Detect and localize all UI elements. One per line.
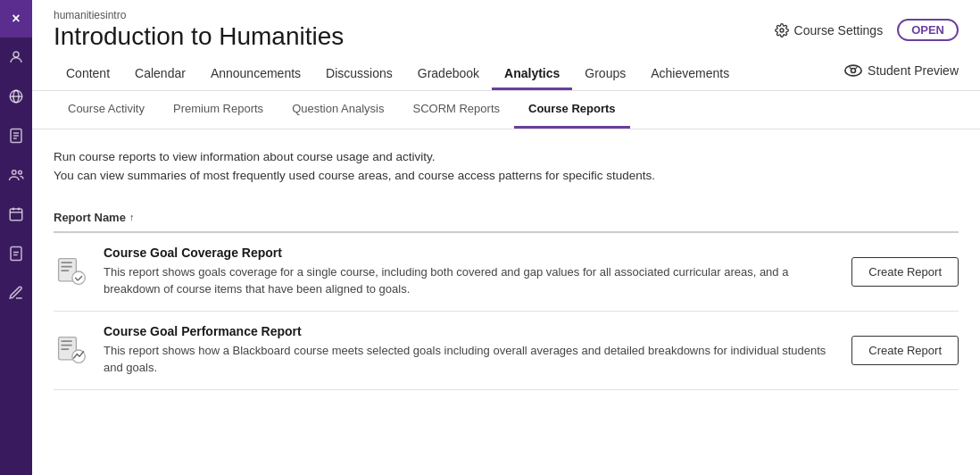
report-desc-coverage: This report shows goals coverage for a s… — [104, 263, 837, 298]
nav-tabs-left: Content Calendar Announcements Discussio… — [54, 59, 742, 90]
sidebar-icon-document[interactable] — [0, 234, 32, 273]
svg-point-9 — [19, 171, 22, 174]
nav-tab-analytics[interactable]: Analytics — [492, 59, 572, 90]
report-name-performance: Course Goal Performance Report — [104, 324, 837, 338]
sidebar-close-button[interactable]: × — [0, 0, 32, 38]
gear-icon — [775, 23, 789, 38]
sub-tab-course-reports[interactable]: Course Reports — [514, 91, 630, 129]
sub-tabs: Course Activity Premium Reports Question… — [32, 91, 980, 129]
nav-tabs: Content Calendar Announcements Discussio… — [54, 59, 959, 90]
sub-tab-course-activity[interactable]: Course Activity — [54, 91, 159, 129]
create-report-button-performance[interactable]: Create Report — [851, 336, 959, 365]
course-settings-label: Course Settings — [794, 23, 884, 38]
svg-point-17 — [780, 29, 784, 32]
student-preview-button[interactable]: Student Preview — [844, 63, 959, 85]
svg-rect-22 — [61, 266, 72, 268]
sub-tab-premium-reports[interactable]: Premium Reports — [159, 91, 278, 129]
main-content: humanitiesintro Introduction to Humaniti… — [32, 0, 980, 475]
sidebar-icon-calendar[interactable] — [0, 195, 32, 234]
svg-rect-23 — [61, 270, 69, 271]
description-line1: Run course reports to view information a… — [54, 147, 959, 167]
nav-tab-content[interactable]: Content — [54, 59, 122, 90]
svg-rect-21 — [61, 262, 72, 263]
svg-rect-26 — [61, 340, 72, 342]
description-line2: You can view summaries of most frequentl… — [54, 166, 959, 186]
open-button[interactable]: OPEN — [897, 19, 959, 41]
report-desc-performance: This report shows how a Blackboard cours… — [104, 342, 837, 377]
svg-point-18 — [845, 65, 861, 76]
student-preview-label: Student Preview — [868, 63, 959, 78]
course-settings-button[interactable]: Course Settings — [775, 23, 884, 38]
header-right: Course Settings OPEN — [775, 19, 959, 41]
svg-rect-14 — [11, 247, 21, 261]
sidebar-icon-globe[interactable] — [0, 77, 32, 116]
sidebar: × — [0, 0, 32, 475]
sidebar-icon-edit[interactable] — [0, 273, 32, 312]
nav-tab-groups[interactable]: Groups — [572, 59, 638, 90]
nav-tab-discussions[interactable]: Discussions — [313, 59, 405, 90]
sort-arrow[interactable]: ↑ — [129, 212, 135, 222]
nav-tab-announcements[interactable]: Announcements — [198, 59, 313, 90]
svg-rect-28 — [61, 348, 69, 350]
nav-tab-gradebook[interactable]: Gradebook — [405, 59, 492, 90]
student-preview-icon — [844, 64, 862, 77]
table-row: Course Goal Coverage Report This report … — [54, 233, 959, 312]
svg-point-8 — [12, 171, 17, 175]
report-name-coverage: Course Goal Coverage Report — [104, 246, 837, 260]
report-table-header: Report Name ↑ — [54, 204, 959, 233]
content-area: Run course reports to view information a… — [32, 129, 980, 475]
nav-tab-achievements[interactable]: Achievements — [638, 59, 742, 90]
report-icon-coverage — [54, 254, 89, 289]
description: Run course reports to view information a… — [54, 147, 959, 186]
create-report-button-coverage[interactable]: Create Report — [851, 257, 959, 287]
sidebar-icon-user[interactable] — [0, 38, 32, 77]
report-info-coverage: Course Goal Coverage Report This report … — [104, 246, 837, 298]
report-icon-performance — [54, 332, 89, 368]
svg-rect-27 — [61, 345, 72, 346]
report-name-header: Report Name — [54, 211, 126, 224]
sub-tab-question-analysis[interactable]: Question Analysis — [278, 91, 398, 129]
course-id: humanitiesintro — [54, 9, 344, 21]
report-table: Report Name ↑ Course Goal Coverag — [54, 204, 959, 390]
sidebar-icon-file[interactable] — [0, 116, 32, 155]
header: humanitiesintro Introduction to Humaniti… — [32, 0, 980, 91]
nav-tab-calendar[interactable]: Calendar — [122, 59, 198, 90]
header-left: humanitiesintro Introduction to Humaniti… — [54, 9, 344, 52]
table-row: Course Goal Performance Report This repo… — [54, 312, 959, 390]
sub-tab-scorm-reports[interactable]: SCORM Reports — [398, 91, 514, 129]
svg-point-24 — [72, 271, 85, 284]
report-info-performance: Course Goal Performance Report This repo… — [104, 324, 837, 377]
svg-rect-10 — [10, 209, 22, 221]
svg-point-19 — [851, 69, 856, 73]
sidebar-icon-users[interactable] — [0, 155, 32, 195]
course-title: Introduction to Humanities — [54, 21, 344, 52]
header-top: humanitiesintro Introduction to Humaniti… — [54, 9, 959, 52]
svg-point-0 — [13, 52, 19, 57]
